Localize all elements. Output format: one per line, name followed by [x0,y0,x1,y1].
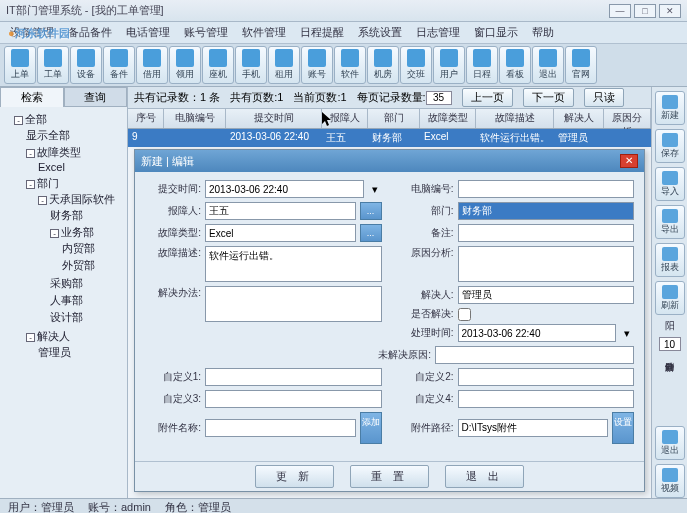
inp-solver[interactable] [458,286,635,304]
menu-phone[interactable]: 电话管理 [126,25,170,40]
tree-biz[interactable]: -业务部 内贸部 外贸部 [50,224,125,275]
tb-13[interactable]: 用户 [433,46,465,84]
inp-faultdesc[interactable] [205,246,382,282]
rbtn-import[interactable]: 导入 [655,167,685,201]
grid-row[interactable]: 9 2013-03-06 22:40 王五 财务部 Excel 软件运行出错。 … [128,129,651,147]
btn-exit[interactable]: 退 出 [445,465,524,488]
tree-all[interactable]: -全部 显示全部 -故障类型 Excel -部门 -天承国际软件 财务部 [14,111,125,363]
chk-solved[interactable] [458,308,471,321]
next-page-button[interactable]: 下一页 [523,88,574,107]
tree-fin[interactable]: 财务部 [50,207,125,224]
inp-reporter[interactable] [205,202,356,220]
inp-attpath[interactable] [458,419,609,437]
tree-tj[interactable]: -天承国际软件 财务部 -业务部 内贸部 外贸部 [38,191,125,327]
inp-submit-time[interactable] [205,180,364,198]
btn-set-att[interactable]: 设置 [612,412,634,444]
rbtn-refresh[interactable]: 刷新 [655,281,685,315]
inp-remark[interactable] [458,224,635,242]
btn-reset[interactable]: 重 置 [350,465,429,488]
tb-0[interactable]: 上单 [4,46,36,84]
inp-faulttype[interactable] [205,224,356,242]
tree-admin[interactable]: 管理员 [38,344,125,361]
dialog-titlebar[interactable]: 新建 | 编辑 ✕ [135,150,644,172]
inp-unsolved[interactable] [435,346,634,364]
inp-attname[interactable] [205,419,356,437]
tree-excel[interactable]: Excel [38,160,125,174]
inp-handletime[interactable] [458,324,617,342]
tree-faulttype[interactable]: -故障类型 Excel [26,144,125,175]
tree-extrade[interactable]: 外贸部 [62,257,125,274]
menu-schedule[interactable]: 日程提醒 [300,25,344,40]
menu-help[interactable]: 帮助 [532,25,554,40]
inp-c2[interactable] [458,368,635,386]
menu-settings[interactable]: 系统设置 [358,25,402,40]
menu-device[interactable]: 设备管理 [10,25,54,40]
minimize-button[interactable]: — [609,4,631,18]
menu-account[interactable]: 账号管理 [184,25,228,40]
rbtn-new[interactable]: 新建 [655,91,685,125]
rbtn-video[interactable]: 视频 [655,464,685,498]
btn-add-att[interactable]: 添加 [360,412,382,444]
tb-icon [341,49,359,67]
status-role: 管理员 [198,501,231,513]
rbtn-save[interactable]: 保存 [655,129,685,163]
inp-solution[interactable] [205,286,382,322]
menu-window[interactable]: 窗口显示 [474,25,518,40]
perpage-input[interactable] [426,91,452,105]
btn-update[interactable]: 更 新 [255,465,334,488]
prev-page-button[interactable]: 上一页 [462,88,513,107]
tb-16[interactable]: 退出 [532,46,564,84]
tb-7[interactable]: 手机 [235,46,267,84]
close-button[interactable]: ✕ [659,4,681,18]
collapse-icon[interactable]: - [26,149,35,158]
tb-5[interactable]: 领用 [169,46,201,84]
tree-solver[interactable]: -解决人 管理员 [26,328,125,362]
auto-refresh-input[interactable] [659,337,681,351]
tb-9[interactable]: 账号 [301,46,333,84]
btn-reporter-pick[interactable]: ... [360,202,382,220]
btn-faulttype-pick[interactable]: ... [360,224,382,242]
tree-design[interactable]: 设计部 [50,309,125,326]
collapse-icon[interactable]: - [14,116,23,125]
tb-6[interactable]: 座机 [202,46,234,84]
tb-11[interactable]: 机房 [367,46,399,84]
inp-c1[interactable] [205,368,382,386]
readonly-button[interactable]: 只读 [584,88,624,107]
tb-1[interactable]: 工单 [37,46,69,84]
calendar-icon[interactable]: ▾ [368,183,382,196]
inp-pcno[interactable] [458,180,635,198]
collapse-icon[interactable]: - [50,229,59,238]
menu-spare[interactable]: 备品备件 [68,25,112,40]
tb-15[interactable]: 看板 [499,46,531,84]
rbtn-quit[interactable]: 退出 [655,426,685,460]
inp-c4[interactable] [458,390,635,408]
inp-c3[interactable] [205,390,382,408]
tb-3[interactable]: 备件 [103,46,135,84]
tb-12[interactable]: 交班 [400,46,432,84]
tree-showall[interactable]: 显示全部 [26,127,125,144]
collapse-icon[interactable]: - [26,333,35,342]
tb-14[interactable]: 日程 [466,46,498,84]
tb-10[interactable]: 软件 [334,46,366,84]
dialog-close-button[interactable]: ✕ [620,154,638,168]
calendar-icon[interactable]: ▾ [620,327,634,340]
menu-software[interactable]: 软件管理 [242,25,286,40]
inp-dept[interactable] [458,202,635,220]
menu-logs[interactable]: 日志管理 [416,25,460,40]
tb-4[interactable]: 借用 [136,46,168,84]
tree-purchase[interactable]: 采购部 [50,275,125,292]
tab-search[interactable]: 检索 [0,87,64,107]
tb-17[interactable]: 官网 [565,46,597,84]
rbtn-report[interactable]: 报表 [655,243,685,277]
tree-dept[interactable]: -部门 -天承国际软件 财务部 -业务部 内贸部 外贸部 [26,175,125,328]
collapse-icon[interactable]: - [26,180,35,189]
tree-intrade[interactable]: 内贸部 [62,240,125,257]
inp-cause[interactable] [458,246,635,282]
tb-2[interactable]: 设备 [70,46,102,84]
tree-hr[interactable]: 人事部 [50,292,125,309]
maximize-button[interactable]: □ [634,4,656,18]
tab-query[interactable]: 查询 [64,87,128,107]
collapse-icon[interactable]: - [38,196,47,205]
tb-8[interactable]: 租用 [268,46,300,84]
rbtn-export[interactable]: 导出 [655,205,685,239]
